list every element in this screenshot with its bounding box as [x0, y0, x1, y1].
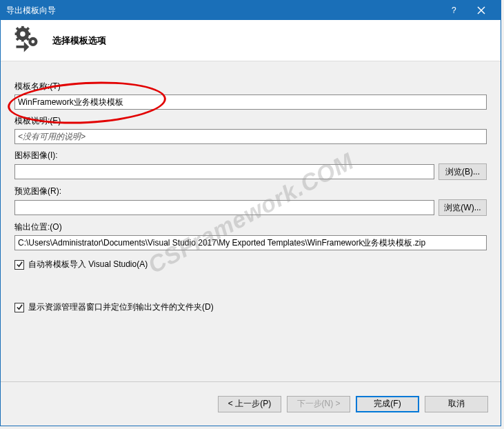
svg-rect-7	[15, 32, 18, 35]
auto-import-label: 自动将模板导入 Visual Studio(A)	[28, 259, 148, 270]
icon-image-row: 图标图像(I): 浏览(B)...	[14, 150, 487, 180]
preview-image-label: 预览图像(R):	[14, 186, 61, 197]
titlebar: 导出模板向导 ?	[1, 1, 501, 20]
close-button[interactable]	[467, 1, 495, 20]
checkbox-checked-icon	[14, 303, 24, 312]
show-explorer-label: 显示资源管理器窗口并定位到输出文件的文件夹(D)	[28, 301, 214, 313]
cancel-button[interactable]: 取消	[425, 396, 488, 412]
help-button[interactable]: ?	[440, 1, 467, 20]
svg-rect-6	[21, 39, 24, 42]
checkbox-checked-icon	[14, 260, 24, 270]
preview-browse-button[interactable]: 浏览(W)...	[439, 199, 487, 216]
icon-image-label: 图标图像(I):	[14, 150, 58, 161]
previous-button[interactable]: < 上一步(P)	[218, 396, 281, 412]
template-name-label: 模板名称:(T)	[14, 81, 61, 92]
output-location-label: 输出位置:(O)	[14, 221, 62, 233]
icon-image-input[interactable]	[14, 164, 434, 179]
finish-button[interactable]: 完成(F)	[356, 396, 419, 412]
svg-point-14	[32, 40, 35, 43]
output-location-input[interactable]	[14, 235, 487, 250]
template-name-input[interactable]	[14, 94, 487, 110]
svg-rect-8	[28, 32, 30, 35]
template-desc-input[interactable]	[14, 129, 487, 144]
window-title: 导出模板向导	[6, 5, 440, 17]
wizard-footer: < 上一步(P) 下一步(N) > 完成(F) 取消	[1, 381, 501, 426]
show-explorer-checkbox-row[interactable]: 显示资源管理器窗口并定位到输出文件的文件夹(D)	[14, 301, 487, 313]
svg-point-4	[20, 31, 26, 37]
auto-import-checkbox-row[interactable]: 自动将模板导入 Visual Studio(A)	[14, 259, 487, 270]
icon-browse-button[interactable]: 浏览(B)...	[439, 163, 487, 180]
wizard-window: 导出模板向导 ? 选择模	[0, 0, 501, 426]
next-button: 下一步(N) >	[287, 396, 350, 412]
gear-icon	[11, 25, 42, 56]
content-area: 模板名称:(T) 模板说明:(E) 图标图像(I): 浏览(B)... 预览图像…	[1, 61, 501, 381]
template-desc-row: 模板说明:(E)	[14, 115, 487, 144]
wizard-header: 选择模板选项	[1, 20, 501, 61]
page-title: 选择模板选项	[52, 34, 106, 47]
preview-image-input[interactable]	[14, 200, 434, 215]
svg-rect-5	[21, 26, 24, 29]
svg-text:?: ?	[452, 6, 456, 14]
output-location-row: 输出位置:(O)	[14, 221, 487, 250]
preview-image-row: 预览图像(R): 浏览(W)...	[14, 186, 487, 216]
template-name-row: 模板名称:(T)	[14, 81, 487, 110]
template-desc-label: 模板说明:(E)	[14, 115, 61, 127]
